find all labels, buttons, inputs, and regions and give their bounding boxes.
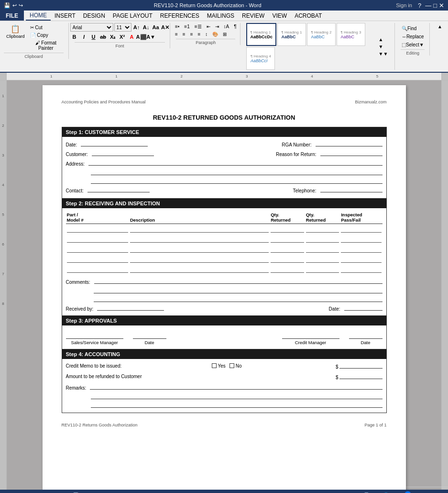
- qty-ret2-field-2[interactable]: [306, 237, 339, 243]
- shading-btn[interactable]: A▼: [147, 33, 155, 41]
- style-normal[interactable]: ¶ Heading 1 AaBbCcDc: [246, 23, 276, 46]
- grow-font-btn[interactable]: A↑: [132, 23, 141, 32]
- qty-ret-field-2[interactable]: [271, 237, 304, 243]
- comments-field3[interactable]: [94, 295, 382, 302]
- align-center-btn[interactable]: ≡: [181, 31, 187, 38]
- redo-icon[interactable]: ↪: [19, 2, 23, 9]
- sales-manager-line[interactable]: [66, 329, 123, 339]
- received-field[interactable]: [97, 304, 164, 311]
- style-heading4[interactable]: ¶ Heading 4 AaBbCcI: [246, 47, 275, 70]
- desc-field-2[interactable]: [130, 237, 269, 243]
- sort-btn[interactable]: ↕A: [222, 23, 231, 30]
- style-heading1[interactable]: ¶ Heading 1 AaBbC: [277, 23, 306, 46]
- qty-ret-field-4[interactable]: [271, 257, 304, 263]
- part-field-5[interactable]: [67, 267, 128, 273]
- style-heading3[interactable]: ¶ Heading 3 AaBbC: [337, 23, 365, 46]
- yes-checkbox[interactable]: [212, 363, 217, 368]
- sign-in[interactable]: Sign in: [392, 2, 416, 8]
- review-menu[interactable]: REVIEW: [238, 11, 268, 21]
- insp-field-5[interactable]: [341, 267, 381, 273]
- superscript-btn[interactable]: X²: [118, 33, 127, 41]
- approval-date1-line[interactable]: [133, 329, 166, 339]
- select-button[interactable]: ⬚ Select ▼: [400, 41, 426, 48]
- telephone-field[interactable]: [320, 186, 382, 192]
- part-field-3[interactable]: [67, 247, 128, 253]
- qty-ret2-field-5[interactable]: [306, 267, 339, 273]
- remarks-field3[interactable]: [91, 401, 382, 408]
- strikethrough-btn[interactable]: ab: [99, 33, 108, 41]
- collapse-ribbon-btn[interactable]: ▲: [436, 23, 444, 30]
- date-field[interactable]: [81, 140, 148, 146]
- document-scroll-area[interactable]: Accounting Policies and Procedures Manua…: [7, 80, 441, 490]
- text-color-btn[interactable]: A: [128, 33, 136, 41]
- part-field-2[interactable]: [67, 237, 128, 243]
- bold-btn[interactable]: B: [70, 33, 79, 41]
- styles-scroll-up[interactable]: ▲: [377, 36, 390, 43]
- save-icon[interactable]: 💾: [4, 2, 11, 9]
- mailings-menu[interactable]: MAILINGS: [203, 11, 238, 21]
- paste-button[interactable]: 📋 Clipboard: [4, 23, 27, 40]
- design-menu[interactable]: DESIGN: [79, 11, 109, 21]
- highlight-btn[interactable]: A⬛: [137, 33, 146, 41]
- change-case-btn[interactable]: Aa: [152, 23, 160, 32]
- no-checkbox[interactable]: [229, 363, 234, 368]
- contact-field[interactable]: [87, 186, 150, 192]
- comments-field2[interactable]: [94, 287, 382, 293]
- align-right-btn[interactable]: ≡: [188, 31, 195, 38]
- styles-scroll-down[interactable]: ▼: [377, 43, 390, 50]
- right-scrollbar[interactable]: [441, 80, 448, 490]
- bullets-btn[interactable]: ≡•: [173, 23, 181, 30]
- reason-field[interactable]: [320, 149, 382, 156]
- insp-field-2[interactable]: [341, 237, 381, 243]
- view-menu[interactable]: VIEW: [268, 11, 291, 21]
- insp-field-3[interactable]: [341, 247, 381, 253]
- acrobat-menu[interactable]: ACROBAT: [291, 11, 326, 21]
- maximize-btn[interactable]: □: [433, 2, 437, 9]
- insp-field-1[interactable]: [341, 227, 381, 233]
- amount-dollar-line[interactable]: [339, 372, 382, 379]
- part-field-1[interactable]: [67, 227, 128, 233]
- borders-btn[interactable]: ⊞: [221, 31, 229, 38]
- shading2-btn[interactable]: 🎨: [210, 31, 220, 38]
- align-left-btn[interactable]: ≡: [173, 31, 180, 38]
- approval-date2-line[interactable]: [349, 329, 382, 339]
- shrink-font-btn[interactable]: A↓: [142, 23, 151, 32]
- address-field2[interactable]: [91, 168, 382, 175]
- credit-dollar-line[interactable]: [339, 362, 382, 369]
- numbering-btn[interactable]: ≡1: [182, 23, 191, 30]
- help-btn[interactable]: ?: [418, 2, 421, 9]
- qty-ret-field-3[interactable]: [271, 247, 304, 253]
- cut-button[interactable]: ✂ Cut: [28, 24, 64, 31]
- desc-field-5[interactable]: [130, 267, 269, 273]
- customer-field[interactable]: [92, 149, 154, 156]
- minimize-btn[interactable]: —: [425, 2, 431, 9]
- find-button[interactable]: 🔍 Find: [400, 25, 426, 32]
- page-layout-menu[interactable]: PAGE LAYOUT: [109, 11, 156, 21]
- close-btn[interactable]: ✕: [439, 2, 444, 9]
- rga-field[interactable]: [316, 140, 382, 146]
- qty-ret-field-5[interactable]: [271, 267, 304, 273]
- qty-ret2-field-3[interactable]: [306, 247, 339, 253]
- underline-btn[interactable]: U: [89, 33, 98, 41]
- insert-menu[interactable]: INSERT: [51, 11, 79, 21]
- file-menu[interactable]: FILE: [0, 11, 24, 21]
- replace-button[interactable]: ↔ Replace: [400, 33, 426, 40]
- justify-btn[interactable]: ≡: [196, 31, 203, 38]
- remarks-field2[interactable]: [91, 392, 382, 399]
- font-size-select[interactable]: 11: [114, 23, 131, 32]
- show-para-btn[interactable]: ¶: [232, 23, 238, 30]
- step2-date-field[interactable]: [344, 304, 382, 311]
- subscript-btn[interactable]: X₂: [109, 33, 117, 41]
- increase-indent-btn[interactable]: ⇥: [213, 23, 221, 30]
- address-field[interactable]: [88, 159, 382, 166]
- copy-button[interactable]: 📄 Copy: [28, 32, 64, 39]
- italic-btn[interactable]: I: [80, 33, 88, 41]
- desc-field-4[interactable]: [130, 257, 269, 263]
- references-menu[interactable]: REFERENCES: [156, 11, 203, 21]
- remarks-field[interactable]: [90, 383, 382, 390]
- part-field-4[interactable]: [67, 257, 128, 263]
- qty-ret2-field-4[interactable]: [306, 257, 339, 263]
- style-heading2[interactable]: ¶ Heading 2 AaBbC: [307, 23, 336, 46]
- qty-ret2-field-1[interactable]: [306, 227, 339, 233]
- undo-icon[interactable]: ↩: [12, 2, 17, 9]
